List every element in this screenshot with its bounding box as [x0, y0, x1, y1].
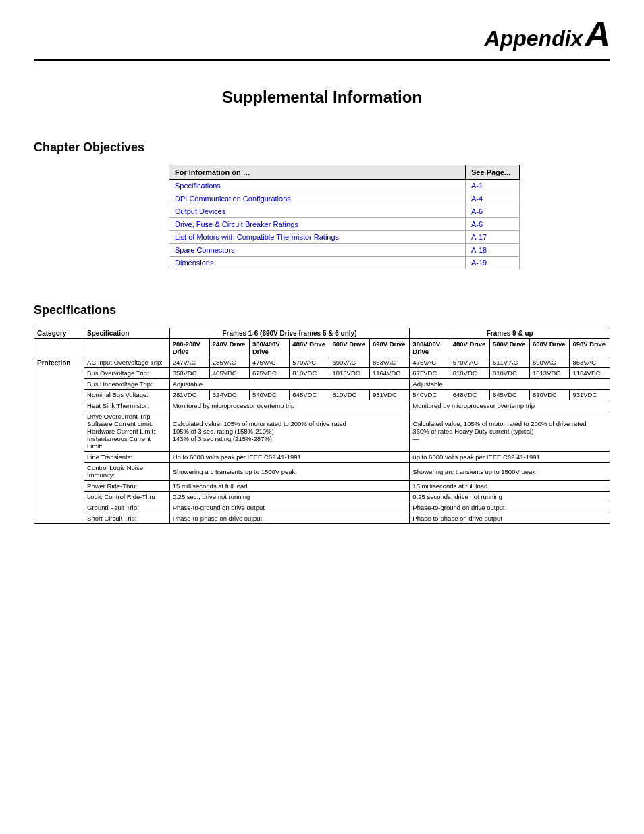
spec-value-cell: 810VDC: [329, 390, 369, 400]
drive-col-header: 480V Drive: [450, 339, 489, 357]
frames-16-header: Frames 1-6 (690V Drive frames 5 & 6 only…: [169, 328, 410, 339]
spec-label: Heat Sink Thermistor:: [84, 400, 170, 411]
spec-value-left: 0.25 sec., drive not running: [169, 492, 410, 502]
toc-row: Spare Connectors A-18: [169, 244, 520, 257]
spec-row: Heat Sink Thermistor:Monitored by microp…: [34, 400, 610, 411]
spec-value-cell: 931VDC: [369, 390, 409, 400]
toc-link[interactable]: Dimensions: [169, 257, 466, 269]
spec-value-cell: 690VAC: [530, 357, 570, 368]
spec-value-cell: 675VDC: [410, 368, 450, 379]
specs-section-title: Specifications: [34, 303, 610, 317]
page-header: Appendix A: [34, 14, 610, 61]
toc-page[interactable]: A-4: [466, 192, 520, 205]
drive-col-header: 600V Drive: [329, 339, 369, 357]
spec-value-right: 15 milliseconds at full load: [410, 481, 610, 492]
toc-row: Output Devices A-6: [169, 205, 520, 218]
drive-col-header: 690V Drive: [369, 339, 409, 357]
spec-row: Short Circuit Trip:Phase-to-phase on dri…: [34, 513, 610, 524]
spec-value-right: up to 6000 volts peak per IEEE C62.41-19…: [410, 452, 610, 463]
spec-value-cell: 648VDC: [450, 390, 489, 400]
toc-page[interactable]: A-6: [466, 205, 520, 218]
spec-value-left: Adjustable: [169, 379, 410, 390]
toc-link[interactable]: Drive, Fuse & Circuit Breaker Ratings: [169, 218, 466, 231]
spec-value-cell: 570VAC: [290, 357, 329, 368]
spec-value-right: Phase-to-ground on drive output: [410, 502, 610, 513]
spec-label: Nominal Bus Voltage:: [84, 390, 170, 400]
spec-value-right: Adjustable: [410, 379, 610, 390]
drive-col-header: 690V Drive: [570, 339, 610, 357]
toc-link[interactable]: Spare Connectors: [169, 244, 466, 257]
toc-section-title: Chapter Objectives: [34, 140, 610, 155]
toc-col1-header: For Information on …: [169, 165, 466, 180]
toc-link[interactable]: Output Devices: [169, 205, 466, 218]
spec-value-right: Phase-to-phase on drive output: [410, 513, 610, 524]
spec-value-cell: 475VAC: [410, 357, 450, 368]
toc-link[interactable]: Specifications: [169, 180, 466, 192]
drive-col-header: 480V Drive: [290, 339, 329, 357]
drive-col-header: 380/400V Drive: [410, 339, 450, 357]
spec-value-right: 0.25 seconds, drive not running: [410, 492, 610, 502]
drive-col-header: 500V Drive: [489, 339, 529, 357]
spec-value-cell: 247VAC: [169, 357, 209, 368]
toc-page[interactable]: A-6: [466, 218, 520, 231]
spec-label: Bus Undervoltage Trip:: [84, 379, 170, 390]
spec-value-cell: 285VAC: [209, 357, 249, 368]
spec-value-cell: 863VAC: [369, 357, 409, 368]
spec-label: Power Ride-Thru:: [84, 481, 170, 492]
spec-label: Ground Fault Trip:: [84, 502, 170, 513]
spec-value-left: Monitored by microprocessor overtemp tri…: [169, 400, 410, 411]
spec-value-cell: 1164VDC: [570, 368, 610, 379]
spec-value-cell: 350VDC: [169, 368, 209, 379]
toc-page[interactable]: A-19: [466, 257, 520, 269]
spec-value-cell: 611V AC: [489, 357, 529, 368]
spec-value-cell: 863VAC: [570, 357, 610, 368]
spec-value-cell: 1013VDC: [530, 368, 570, 379]
page-title: Supplemental Information: [34, 88, 610, 107]
toc-link[interactable]: DPI Communication Configurations: [169, 192, 466, 205]
toc-page[interactable]: A-18: [466, 244, 520, 257]
spec-value-cell: 1164VDC: [369, 368, 409, 379]
toc-row: List of Motors with Compatible Thermisto…: [169, 231, 520, 244]
spec-label: Short Circuit Trip:: [84, 513, 170, 524]
spec-row: Power Ride-Thru:15 milliseconds at full …: [34, 481, 610, 492]
toc-row: Specifications A-1: [169, 180, 520, 192]
spec-value-left: Showering arc transients up to 1500V pea…: [169, 463, 410, 481]
spec-label: Line Transients:: [84, 452, 170, 463]
drive-col-header: 600V Drive: [530, 339, 570, 357]
spec-row: Drive Overcurrent Trip Software Current …: [34, 411, 610, 452]
drive-col-header: 240V Drive: [209, 339, 249, 357]
spec-value-left: Calculated value, 105% of motor rated to…: [169, 411, 410, 452]
toc-page[interactable]: A-17: [466, 231, 520, 244]
spec-value-cell: 810VDC: [489, 368, 529, 379]
spec-row: Nominal Bus Voltage:281VDC324VDC540VDC64…: [34, 390, 610, 400]
spec-row: Ground Fault Trip:Phase-to-ground on dri…: [34, 502, 610, 513]
toc-link[interactable]: List of Motors with Compatible Thermisto…: [169, 231, 466, 244]
spec-value-cell: 810VDC: [530, 390, 570, 400]
spec-label: Control Logic Noise Immunity:: [84, 463, 170, 481]
toc-row: Dimensions A-19: [169, 257, 520, 269]
spec-value-cell: 675VDC: [249, 368, 289, 379]
spec-label: Logic Control Ride-Thru: [84, 492, 170, 502]
col-spec: Specification: [84, 328, 170, 339]
toc-row: Drive, Fuse & Circuit Breaker Ratings A-…: [169, 218, 520, 231]
spec-label: Bus Overvoltage Trip:: [84, 368, 170, 379]
specs-section: Specifications Category Specification Fr…: [34, 303, 610, 524]
spec-value-left: Up to 6000 volts peak per IEEE C62.41-19…: [169, 452, 410, 463]
drive-col-header: 200-208V Drive: [169, 339, 209, 357]
spec-value-cell: 281VDC: [169, 390, 209, 400]
col-category: Category: [34, 328, 84, 339]
appendix-letter: A: [585, 14, 610, 53]
drive-col-header: 380/400V Drive: [249, 339, 289, 357]
appendix-word: Appendix: [485, 26, 583, 51]
spec-value-cell: 405VDC: [209, 368, 249, 379]
spec-row: Control Logic Noise Immunity:Showering a…: [34, 463, 610, 481]
spec-label: AC Input Overvoltage Trip:: [84, 357, 170, 368]
frames-9up-header: Frames 9 & up: [410, 328, 610, 339]
toc-page[interactable]: A-1: [466, 180, 520, 192]
spec-value-cell: 648VDC: [290, 390, 329, 400]
spec-value-right: Monitored by microprocessor overtemp tri…: [410, 400, 610, 411]
spec-value-cell: 570V AC: [450, 357, 489, 368]
spec-value-cell: 1013VDC: [329, 368, 369, 379]
toc-table: For Information on … See Page... Specifi…: [169, 165, 520, 269]
specs-table: Category Specification Frames 1-6 (690V …: [34, 328, 610, 524]
